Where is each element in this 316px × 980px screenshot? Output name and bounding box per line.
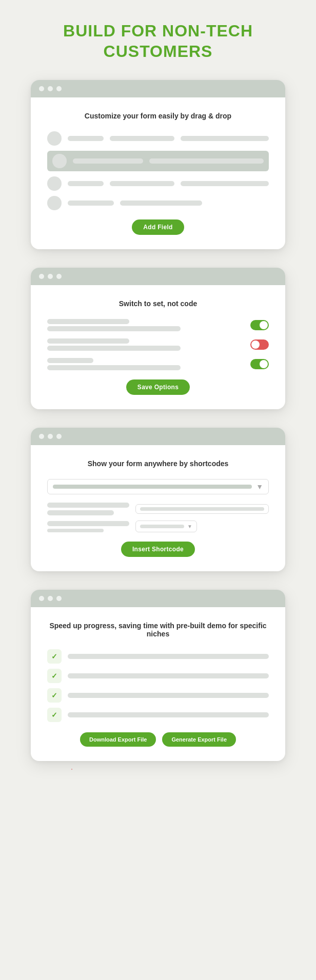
bar-2a bbox=[73, 158, 143, 164]
toggle-labels-3 bbox=[47, 358, 250, 370]
bar-4b bbox=[120, 201, 202, 206]
check-row-2: ✓ bbox=[47, 669, 269, 683]
check-row-1: ✓ bbox=[47, 649, 269, 664]
field-labels-1 bbox=[47, 503, 129, 515]
check-row-3: ✓ bbox=[47, 688, 269, 703]
shortcode-bar bbox=[53, 485, 252, 489]
bar-4a bbox=[68, 201, 114, 206]
shortcode-heading: Show your form anywhere by shortcodes bbox=[47, 459, 269, 468]
shortcode-field-row-1 bbox=[47, 503, 269, 515]
check-box-4: ✓ bbox=[47, 708, 62, 722]
prebuilt-card: Speed up progress, saving time with pre-… bbox=[31, 590, 285, 761]
toggle-row-3 bbox=[47, 358, 269, 370]
toggles-card: Switch to set, not code bbox=[31, 268, 285, 409]
card-body-1: Customize your form easily by drag & dro… bbox=[31, 97, 285, 249]
shortcode-input[interactable]: ▼ bbox=[47, 479, 269, 494]
add-field-button[interactable]: Add Field bbox=[132, 219, 184, 235]
bar-2b bbox=[149, 158, 264, 164]
titlebar-2 bbox=[31, 268, 285, 285]
bar-1b bbox=[110, 136, 174, 141]
field-dropdown-2[interactable]: ▼ bbox=[135, 521, 197, 532]
download-export-button[interactable]: Download Export File bbox=[80, 732, 156, 747]
drag-drop-heading: Customize your form easily by drag & dro… bbox=[47, 112, 269, 120]
bar-3a bbox=[68, 181, 104, 186]
field-dropdown-bar-2 bbox=[140, 525, 184, 528]
toggle-labels-2 bbox=[47, 338, 250, 351]
toggle-group-3 bbox=[47, 358, 269, 370]
titlebar-1 bbox=[31, 80, 285, 97]
shortcode-field-row-2: ▼ bbox=[47, 521, 269, 532]
field-label-bar-1b bbox=[47, 510, 114, 515]
dot-9 bbox=[56, 434, 62, 439]
check-bar-1 bbox=[68, 654, 269, 659]
form-row-2-highlighted bbox=[47, 151, 269, 171]
card-body-4: Speed up progress, saving time with pre-… bbox=[31, 607, 285, 761]
card-body-3: Show your form anywhere by shortcodes ▼ bbox=[31, 445, 285, 571]
shortcode-arrow-icon: ▼ bbox=[256, 483, 263, 491]
page-title: BUILD FOR NON-TECH CUSTOMERS bbox=[63, 21, 253, 62]
toggle-label-bar-1b bbox=[47, 326, 181, 331]
field-label-bar-2b bbox=[47, 529, 104, 532]
check-box-3: ✓ bbox=[47, 688, 62, 703]
avatar-3 bbox=[47, 176, 62, 191]
bar-1c bbox=[181, 136, 269, 141]
check-icon-4: ✓ bbox=[51, 711, 57, 719]
check-bar-4 bbox=[68, 712, 269, 717]
form-row-3 bbox=[47, 176, 269, 191]
generate-export-button[interactable]: Generate Export File bbox=[162, 732, 236, 747]
field-input-1[interactable] bbox=[135, 504, 269, 514]
avatar-1 bbox=[47, 131, 62, 146]
dropdown-arrow-icon: ▼ bbox=[187, 524, 192, 529]
dot-6 bbox=[56, 274, 62, 279]
avatar-2 bbox=[52, 154, 67, 168]
check-box-2: ✓ bbox=[47, 669, 62, 683]
check-box-1: ✓ bbox=[47, 649, 62, 664]
toggle-label-bar-3b bbox=[47, 365, 181, 370]
titlebar-3 bbox=[31, 428, 285, 445]
toggle-group-2 bbox=[47, 338, 269, 351]
field-input-bar-1 bbox=[140, 507, 264, 511]
check-icon-3: ✓ bbox=[51, 691, 57, 699]
field-label-bar-1a bbox=[47, 503, 129, 508]
check-bar-2 bbox=[68, 673, 269, 678]
dot-8 bbox=[48, 434, 53, 439]
toggle-switch-3[interactable] bbox=[250, 359, 269, 369]
bar-3b bbox=[110, 181, 174, 186]
insert-shortcode-button[interactable]: Insert Shortcode bbox=[121, 542, 195, 557]
toggle-label-bar-1a bbox=[47, 319, 129, 324]
toggle-switch-1[interactable] bbox=[250, 320, 269, 330]
dot-12 bbox=[56, 596, 62, 601]
toggle-label-bar-3a bbox=[47, 358, 93, 363]
dot-7 bbox=[39, 434, 44, 439]
toggle-group-1 bbox=[47, 319, 269, 331]
check-icon-1: ✓ bbox=[51, 652, 57, 661]
shortcode-card: Show your form anywhere by shortcodes ▼ bbox=[31, 428, 285, 571]
dot-3 bbox=[56, 86, 62, 91]
dot-2 bbox=[48, 86, 53, 91]
dot-10 bbox=[39, 596, 44, 601]
titlebar-4 bbox=[31, 590, 285, 607]
dot-5 bbox=[48, 274, 53, 279]
drag-drop-card: Customize your form easily by drag & dro… bbox=[31, 80, 285, 249]
export-button-row: Download Export File Generate Export Fil… bbox=[47, 732, 269, 747]
avatar-4 bbox=[47, 196, 62, 210]
toggle-labels-1 bbox=[47, 319, 250, 331]
save-options-button[interactable]: Save Options bbox=[126, 379, 190, 395]
dot-4 bbox=[39, 274, 44, 279]
check-row-4: ✓ bbox=[47, 708, 269, 722]
bar-1a bbox=[68, 136, 104, 141]
bar-3c bbox=[181, 181, 269, 186]
toggle-row-2 bbox=[47, 338, 269, 351]
dot-11 bbox=[48, 596, 53, 601]
card-body-2: Switch to set, not code bbox=[31, 285, 285, 409]
field-label-bar-2a bbox=[47, 521, 129, 526]
toggle-switch-2[interactable] bbox=[250, 339, 269, 350]
form-row-4 bbox=[47, 196, 269, 210]
check-icon-2: ✓ bbox=[51, 672, 57, 680]
form-row-1 bbox=[47, 131, 269, 146]
dot-1 bbox=[39, 86, 44, 91]
toggles-heading: Switch to set, not code bbox=[47, 299, 269, 308]
toggle-label-bar-2b bbox=[47, 346, 181, 351]
check-bar-3 bbox=[68, 693, 269, 698]
prebuilt-heading: Speed up progress, saving time with pre-… bbox=[47, 622, 269, 638]
